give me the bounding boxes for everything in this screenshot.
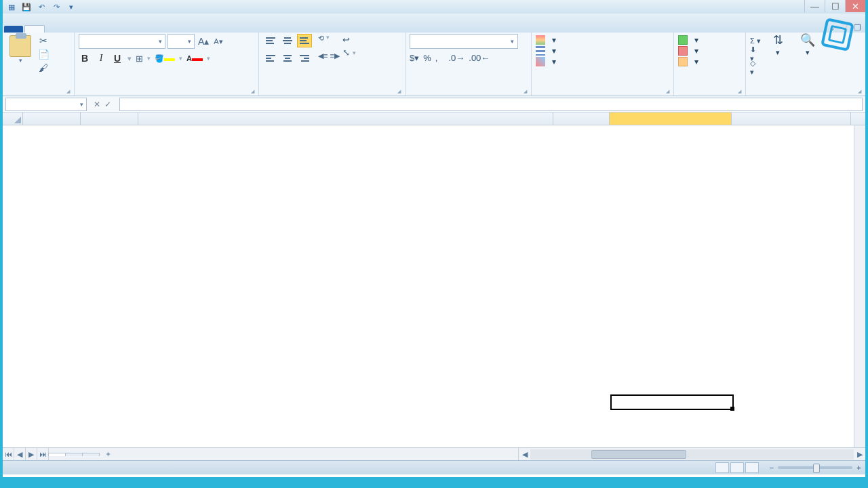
minimize-button[interactable]: — xyxy=(804,0,825,12)
zoom-in-button[interactable]: + xyxy=(856,464,861,472)
clipboard-group-label xyxy=(7,94,70,96)
clear-icon[interactable]: ◇ ▾ xyxy=(750,62,761,73)
conditional-formatting-button[interactable]: ▾ xyxy=(536,35,669,45)
review-tab[interactable] xyxy=(121,26,140,33)
font-name-select[interactable]: ▾ xyxy=(79,34,165,49)
zoom-out-button[interactable]: − xyxy=(770,464,774,472)
styles-group: ▾ ▾ ▾ xyxy=(532,33,674,96)
font-color-icon[interactable]: A xyxy=(186,54,203,62)
increase-indent-icon[interactable]: ≡▶ xyxy=(330,52,339,65)
sheet-tab-3[interactable] xyxy=(82,453,100,456)
increase-decimal-icon[interactable]: .0→ xyxy=(448,53,465,63)
align-middle-button[interactable] xyxy=(280,34,295,47)
col-header-h[interactable] xyxy=(81,113,138,125)
cancel-formula-icon[interactable]: ✕ xyxy=(94,100,100,109)
save-icon[interactable]: 💾 xyxy=(20,1,33,12)
align-right-button[interactable] xyxy=(297,52,312,65)
percent-format-icon[interactable]: % xyxy=(423,53,431,63)
wrap-text-button[interactable]: ↩ xyxy=(342,35,356,45)
sort-filter-button[interactable]: ⇅ ▾ xyxy=(764,34,792,56)
window-restore-icon[interactable]: ❐ xyxy=(854,23,861,33)
name-box[interactable] xyxy=(5,98,87,111)
redo-icon[interactable]: ↷ xyxy=(50,1,62,12)
ribbon: ▾ ✂ 📄 🖌 ▾ ▾ A▴ A▾ B I xyxy=(3,33,865,96)
format-painter-icon[interactable]: 🖌 xyxy=(37,62,50,73)
font-group-label xyxy=(79,94,254,96)
decrease-decimal-icon[interactable]: .00← xyxy=(469,53,490,63)
comma-format-icon[interactable]: , xyxy=(435,53,438,63)
cells-format-button[interactable]: ▾ xyxy=(678,57,741,66)
maximize-button[interactable]: ☐ xyxy=(825,0,845,12)
sheet-tab-2[interactable] xyxy=(65,453,83,456)
align-left-button[interactable] xyxy=(263,52,278,65)
align-center-button[interactable] xyxy=(280,52,295,65)
cell-styles-button[interactable]: ▾ xyxy=(536,57,669,66)
enter-formula-icon[interactable]: ✓ xyxy=(104,100,111,109)
autosum-icon[interactable]: Σ ▾ xyxy=(750,35,761,46)
sheet-nav-prev-icon[interactable]: ◀ xyxy=(14,448,26,460)
view-tab[interactable] xyxy=(140,26,159,33)
col-header-k[interactable] xyxy=(610,113,732,125)
align-top-button[interactable] xyxy=(263,34,278,47)
new-sheet-button[interactable]: ✦ xyxy=(100,449,117,460)
merge-center-button[interactable]: ⤡▾ xyxy=(342,47,356,58)
undo-icon[interactable]: ↶ xyxy=(35,1,47,12)
page-layout-view-icon[interactable] xyxy=(730,462,744,473)
formula-input[interactable] xyxy=(119,98,863,111)
decrease-indent-icon[interactable]: ◀≡ xyxy=(318,52,328,65)
col-header-g[interactable] xyxy=(23,113,81,125)
fill-color-icon[interactable]: 🪣 xyxy=(155,54,175,63)
orientation-icon[interactable]: ⟲ xyxy=(318,34,324,47)
number-format-select[interactable]: ▾ xyxy=(410,34,518,49)
bold-button[interactable]: B xyxy=(79,53,91,64)
page-layout-tab[interactable] xyxy=(64,26,83,33)
file-tab[interactable] xyxy=(4,26,23,33)
italic-button[interactable]: I xyxy=(95,53,107,64)
col-header-l[interactable] xyxy=(732,113,851,125)
vertical-scrollbar[interactable] xyxy=(854,125,865,447)
minimize-ribbon-icon[interactable]: ⌄ xyxy=(829,23,835,33)
qat-customize-icon[interactable]: ▾ xyxy=(65,1,77,12)
help-icon[interactable]: ❔ xyxy=(840,23,850,33)
col-header-j[interactable] xyxy=(553,113,610,125)
page-break-view-icon[interactable] xyxy=(745,462,759,473)
quick-access-toolbar: ▦ 💾 ↶ ↷ ▾ xyxy=(3,1,77,12)
copy-icon[interactable]: 📄 xyxy=(37,49,50,60)
fill-icon[interactable]: ⬇ ▾ xyxy=(750,49,761,60)
close-button[interactable]: ✕ xyxy=(845,0,865,12)
formulas-tab[interactable] xyxy=(83,26,102,33)
editing-group: Σ ▾ ⬇ ▾ ◇ ▾ ⇅ ▾ 🔍 ▾ xyxy=(746,33,865,96)
active-cell-cursor xyxy=(610,394,734,410)
decrease-font-icon[interactable]: A▾ xyxy=(212,37,224,46)
status-bar: − + xyxy=(3,460,865,474)
underline-button[interactable]: U xyxy=(111,53,123,64)
alignment-group: ⟲▾ ◀≡ ≡▶ ↩ ⤡▾ xyxy=(259,33,406,96)
sheet-tab-1[interactable] xyxy=(48,453,66,456)
number-group: ▾ $▾ % , .0→ .00← xyxy=(406,33,532,96)
horizontal-scrollbar[interactable]: ◀ ▶ xyxy=(518,448,865,460)
data-tab[interactable] xyxy=(102,26,121,33)
zoom-slider[interactable] xyxy=(778,466,852,469)
select-all-corner[interactable] xyxy=(3,113,23,125)
sheet-nav-first-icon[interactable]: ⏮ xyxy=(3,448,14,460)
col-header-i[interactable] xyxy=(138,113,553,125)
insert-tab[interactable] xyxy=(45,26,64,33)
sheet-nav-last-icon[interactable]: ⏭ xyxy=(37,448,49,460)
cells-delete-button[interactable]: ▾ xyxy=(678,46,741,56)
font-size-select[interactable]: ▾ xyxy=(167,34,195,49)
format-as-table-button[interactable]: ▾ xyxy=(536,46,669,56)
accounting-format-icon[interactable]: $▾ xyxy=(410,53,419,63)
styles-group-label xyxy=(536,94,669,96)
paste-button[interactable]: ▾ xyxy=(7,34,34,64)
increase-font-icon[interactable]: A▴ xyxy=(197,36,210,47)
normal-view-icon[interactable] xyxy=(715,462,729,473)
align-bottom-button[interactable] xyxy=(297,34,312,47)
borders-icon[interactable]: ⊞ xyxy=(136,54,143,64)
cells-insert-button[interactable]: ▾ xyxy=(678,35,741,45)
home-tab[interactable] xyxy=(24,25,45,33)
ribbon-tabs: ⌄ ❔ ❐ xyxy=(3,14,865,33)
excel-menu-icon[interactable]: ▦ xyxy=(5,1,18,12)
sheet-nav-next-icon[interactable]: ▶ xyxy=(26,448,37,460)
find-select-button[interactable]: 🔍 ▾ xyxy=(793,34,822,56)
cut-icon[interactable]: ✂ xyxy=(37,35,50,46)
